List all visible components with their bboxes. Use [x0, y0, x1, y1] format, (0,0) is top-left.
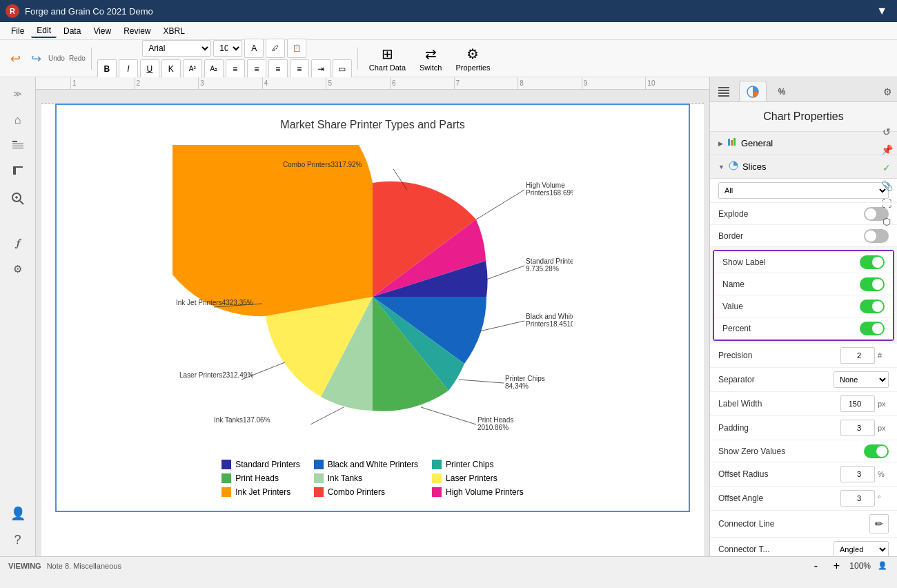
panel-expand-icon[interactable]: ⛶: [879, 196, 894, 211]
percent-toggle[interactable]: [860, 322, 885, 335]
align-right-button[interactable]: ≡: [268, 59, 288, 79]
menu-review[interactable]: Review: [118, 25, 156, 37]
svg-line-8: [20, 201, 23, 204]
app-icon: R: [6, 4, 19, 18]
padding-control: px: [840, 420, 889, 436]
tab-chart[interactable]: [739, 81, 767, 101]
user-status-icon[interactable]: 👤: [876, 560, 889, 572]
align-center-button[interactable]: ≡: [247, 59, 266, 79]
menu-file[interactable]: File: [6, 25, 30, 37]
highlight-button[interactable]: 🖊: [266, 39, 285, 58]
svg-text:Printer Chips: Printer Chips: [505, 375, 545, 382]
legend-color-standard: [221, 460, 231, 469]
zoom-in-button[interactable]: +: [829, 558, 844, 574]
separator-select[interactable]: None , .: [834, 371, 889, 388]
panel-settings-icon[interactable]: ⚙: [878, 82, 897, 101]
tab-structure[interactable]: [710, 81, 738, 101]
show-zero-toggle[interactable]: [864, 444, 889, 458]
sidebar-bookmark-icon[interactable]: [7, 161, 29, 184]
panel-scroll[interactable]: General Slices All: [710, 132, 897, 556]
connector-type-label: Connector T...: [718, 545, 834, 554]
chart-container[interactable]: Market Share Printer Types and Parts: [55, 104, 690, 512]
prop-offset-angle: Offset Angle °: [710, 487, 897, 511]
underline-button[interactable]: U: [140, 59, 159, 79]
svg-rect-37: [718, 95, 729, 97]
svg-rect-1: [12, 144, 23, 144]
font-size-select[interactable]: 10: [213, 40, 242, 57]
tab-percent[interactable]: %: [768, 81, 796, 101]
name-toggle[interactable]: [860, 277, 885, 291]
connector-type-control: Angled Straight None: [834, 541, 889, 556]
panel-paperclip-icon[interactable]: 📎: [879, 178, 894, 193]
menu-xbrl[interactable]: XBRL: [158, 25, 190, 37]
legend-color-bw: [314, 460, 324, 469]
show-label-control: [860, 255, 885, 269]
sidebar-help-icon[interactable]: ?: [7, 529, 29, 551]
legend-col-1: Standard Printers Print Heads Ink Jet Pr…: [221, 460, 299, 497]
ruler-mark-3: 3: [198, 77, 262, 89]
sidebar-settings-icon[interactable]: ⚙: [7, 258, 29, 280]
connector-line-edit-button[interactable]: ✏: [869, 514, 889, 533]
prop-offset-radius: Offset Radius %: [710, 462, 897, 487]
pie-chart-svg[interactable]: High Volume Printers168.69% Standard Pri…: [172, 145, 573, 449]
superscript-button[interactable]: A²: [183, 59, 202, 79]
menu-view[interactable]: View: [88, 25, 117, 37]
collapse-sidebar-button[interactable]: ≫: [7, 83, 29, 105]
sidebar-home-icon[interactable]: ⌂: [7, 109, 29, 131]
subscript-button[interactable]: A₂: [204, 59, 224, 79]
sidebar-search-icon[interactable]: [7, 188, 29, 210]
legend-label-standard: Standard Printers: [235, 460, 299, 469]
name-control: [860, 277, 885, 291]
legend-color-combo: [314, 487, 324, 497]
redo-button[interactable]: ↪: [26, 49, 46, 68]
precision-input[interactable]: [840, 347, 875, 364]
chart-data-button[interactable]: ⊞ Chart Data: [364, 43, 411, 74]
copy-format-button[interactable]: 📋: [287, 39, 306, 58]
strikethrough-button[interactable]: K: [161, 59, 181, 79]
svg-line-17: [480, 321, 524, 331]
italic-button[interactable]: I: [119, 59, 138, 79]
connector-type-select[interactable]: Angled Straight None: [834, 541, 889, 556]
general-label: General: [741, 138, 773, 148]
legend-item-printheads: Print Heads: [221, 473, 299, 483]
legend-col-3: Printer Chips Laser Printers High Volume…: [432, 460, 524, 497]
padding-input[interactable]: [840, 420, 875, 436]
menu-edit[interactable]: Edit: [31, 24, 57, 38]
slice-inkjet-printers[interactable]: [172, 145, 373, 316]
sidebar-navigator-icon[interactable]: [7, 135, 29, 157]
panel-cube-icon[interactable]: ⬡: [879, 214, 894, 229]
offset-radius-unit: %: [878, 470, 889, 478]
ruler-mark-6: 6: [390, 77, 454, 89]
menu-data[interactable]: Data: [58, 25, 86, 37]
svg-text:Printers18.4510.02%: Printers18.4510.02%: [526, 320, 573, 328]
offset-angle-input[interactable]: [840, 490, 875, 507]
font-color-button[interactable]: A: [244, 39, 264, 58]
indent-button[interactable]: ⇥: [311, 59, 331, 79]
legend-color-highvol: [432, 487, 442, 497]
switch-label: Switch: [420, 63, 442, 72]
undo-button[interactable]: ↩: [6, 49, 25, 68]
section-slices-header[interactable]: Slices: [710, 155, 897, 179]
slices-all-dropdown[interactable]: All: [718, 182, 889, 199]
bold-button[interactable]: B: [97, 59, 117, 79]
align-justify-button[interactable]: ≡: [290, 59, 309, 79]
panel-pin-icon[interactable]: 📌: [879, 142, 894, 157]
window-close[interactable]: ▼: [872, 5, 891, 17]
label-width-input[interactable]: [840, 395, 875, 412]
switch-button[interactable]: ⇄ Switch: [414, 43, 447, 74]
zoom-out-button[interactable]: -: [808, 558, 823, 574]
sidebar-function-icon[interactable]: 𝑓: [7, 232, 29, 254]
show-label-toggle[interactable]: [860, 255, 885, 269]
panel-refresh-icon[interactable]: ↺: [879, 124, 894, 139]
border-style-button[interactable]: ▭: [333, 59, 352, 79]
font-group: Arial 10 A 🖊 📋 B I U K A² A₂ ≡ ≡ ≡ ≡ ⇥ ▭: [97, 39, 352, 79]
panel-check-icon[interactable]: ✓: [879, 160, 894, 175]
properties-button[interactable]: ⚙ Properties: [450, 43, 495, 74]
font-select[interactable]: Arial: [142, 40, 211, 57]
align-left-button[interactable]: ≡: [226, 59, 245, 79]
sidebar-user-icon[interactable]: 👤: [7, 502, 29, 525]
section-general-header[interactable]: General: [710, 132, 897, 155]
border-toggle[interactable]: [864, 229, 889, 243]
offset-radius-input[interactable]: [840, 466, 875, 482]
value-toggle[interactable]: [860, 300, 885, 313]
